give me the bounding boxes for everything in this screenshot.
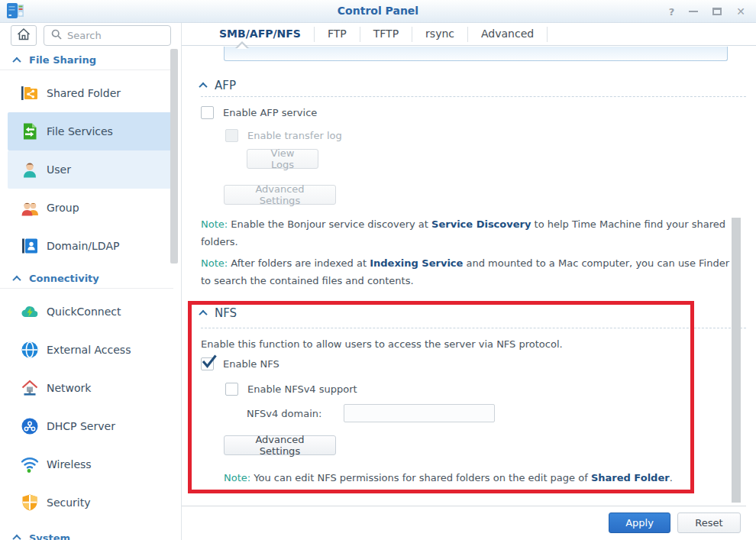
section-divider — [201, 96, 746, 97]
window-title: Control Panel — [0, 0, 756, 22]
dhcp-server-icon — [20, 416, 40, 436]
sidebar-item-security[interactable]: Security — [8, 483, 173, 522]
note-label: Note: — [224, 472, 250, 483]
chevron-up-icon — [12, 535, 21, 540]
apply-button[interactable]: Apply — [609, 513, 670, 533]
tab-rsync[interactable]: rsync — [412, 23, 467, 45]
sidebar-item-label: Security — [47, 496, 91, 509]
wireless-icon — [20, 454, 40, 474]
tab-smb-afp-nfs[interactable]: SMB/AFP/NFS — [206, 23, 314, 45]
sidebar-item-label: External Access — [47, 344, 131, 356]
service-discovery-link[interactable]: Service Discovery — [431, 218, 531, 230]
chevron-up-icon — [12, 57, 21, 65]
sidebar-item-label: File Services — [47, 125, 113, 137]
group-icon — [20, 198, 40, 218]
sidebar-item-group[interactable]: Group — [8, 189, 173, 227]
checkbox-label: Enable NFSv4 support — [247, 383, 357, 396]
sidebar-section-system[interactable]: System — [0, 528, 173, 540]
nfs-highlight-box — [188, 301, 694, 493]
footer-divider — [182, 506, 746, 506]
tab-advanced[interactable]: Advanced — [468, 23, 547, 45]
nfs-section-header[interactable]: NFS — [200, 306, 237, 320]
minimize-icon[interactable] — [689, 11, 698, 12]
close-icon[interactable]: ✕ — [736, 6, 745, 17]
chevron-up-icon — [12, 275, 21, 283]
sidebar-item-shared-folder[interactable]: Shared Folder — [8, 74, 173, 112]
checkbox-label: Enable NFS — [223, 357, 279, 370]
note-text: Enable the Bonjour service discovery at — [228, 218, 431, 230]
tab-ftp[interactable]: FTP — [315, 23, 360, 45]
sidebar-section-file-sharing[interactable]: File Sharing — [0, 50, 173, 70]
sidebar-item-label: Group — [47, 202, 79, 214]
sidebar-item-dhcp-server[interactable]: DHCP Server — [8, 407, 173, 445]
sidebar-divider — [181, 23, 182, 540]
sidebar-scrollbar-thumb[interactable] — [170, 49, 178, 264]
enable-transfer-log-checkbox — [225, 129, 238, 142]
search-input[interactable] — [67, 30, 155, 41]
afp-note-indexing: Note: After folders are indexed at Index… — [201, 254, 729, 289]
search-box[interactable] — [44, 25, 171, 46]
nfs-description: Enable this function to allow users to a… — [201, 338, 563, 350]
sidebar-section-connectivity[interactable]: Connectivity — [0, 269, 173, 289]
content-scrollbar-thumb[interactable] — [732, 218, 741, 503]
indexing-service-link[interactable]: Indexing Service — [370, 257, 463, 269]
sidebar-item-quickconnect[interactable]: QuickConnect — [8, 293, 173, 331]
nfsv4-domain-input[interactable] — [344, 404, 495, 422]
afp-section-header[interactable]: AFP — [200, 79, 236, 92]
clipped-text-field[interactable] — [224, 47, 728, 61]
section-divider — [201, 328, 746, 328]
sidebar-item-wireless[interactable]: Wireless — [8, 445, 173, 483]
home-icon — [16, 27, 31, 45]
note-text: You can edit NFS permissions for shared … — [250, 472, 591, 483]
note-text: After folders are indexed at — [228, 257, 370, 269]
sidebar-item-label: User — [47, 163, 71, 176]
network-icon — [20, 378, 40, 398]
sidebar-item-user[interactable]: User — [8, 150, 173, 189]
help-icon[interactable]: ? — [669, 7, 675, 17]
file-services-icon — [20, 121, 40, 141]
sidebar-item-label: Network — [47, 382, 91, 394]
afp-heading: AFP — [215, 79, 236, 92]
nfsv4-domain-row: NFSv4 domain: — [247, 404, 495, 422]
search-icon — [50, 28, 63, 44]
enable-nfsv4-checkbox[interactable] — [225, 383, 238, 396]
sidebar-item-network[interactable]: Network — [8, 369, 173, 407]
sidebar-section-label: System — [29, 532, 70, 540]
external-access-icon — [20, 340, 40, 360]
nfs-advanced-settings-button[interactable]: Advanced Settings — [224, 435, 336, 455]
enable-nfs-checkbox[interactable] — [201, 357, 214, 370]
chevron-up-icon — [199, 310, 207, 319]
shared-folder-icon — [20, 83, 40, 103]
sidebar-section-label: Connectivity — [29, 273, 99, 284]
sidebar-item-domain-ldap[interactable]: Domain/LDAP — [8, 227, 173, 265]
nfs-note: Note: You can edit NFS permissions for s… — [224, 469, 712, 487]
active-tab-notch — [237, 44, 247, 49]
nfsv4-domain-label: NFSv4 domain: — [247, 408, 344, 419]
tab-bar: SMB/AFP/NFS FTP TFTP rsync Advanced — [182, 23, 756, 46]
sidebar-item-label: Wireless — [47, 458, 92, 470]
security-icon — [20, 493, 40, 513]
sidebar: File Sharing Shared Folder — [0, 50, 181, 540]
quickconnect-icon — [20, 302, 40, 322]
note-label: Note: — [201, 257, 228, 269]
window-controls: ? ✕ — [669, 0, 745, 23]
enable-afp-service-checkbox[interactable] — [201, 106, 214, 119]
maximize-icon[interactable] — [712, 8, 722, 15]
enable-nfsv4-row: Enable NFSv4 support — [225, 383, 357, 396]
shared-folder-link[interactable]: Shared Folder — [591, 472, 670, 483]
reset-button[interactable]: Reset — [677, 513, 741, 533]
nfs-heading: NFS — [215, 306, 237, 320]
sidebar-item-file-services[interactable]: File Services — [8, 112, 173, 150]
note-text: . — [670, 472, 673, 483]
sidebar-item-label: Shared Folder — [47, 87, 121, 99]
sidebar-item-external-access[interactable]: External Access — [8, 331, 173, 369]
enable-nfs-row: Enable NFS — [201, 357, 279, 370]
sidebar-item-label: DHCP Server — [47, 420, 115, 432]
home-button[interactable] — [11, 25, 37, 46]
checkbox-label: Enable transfer log — [247, 129, 342, 142]
tab-tftp[interactable]: TFTP — [360, 23, 412, 45]
afp-note-bonjour: Note: Enable the Bonjour service discove… — [201, 215, 729, 251]
chevron-up-icon — [199, 82, 207, 91]
view-logs-button: View Logs — [247, 149, 318, 169]
enable-transfer-log-row: Enable transfer log — [225, 129, 342, 142]
